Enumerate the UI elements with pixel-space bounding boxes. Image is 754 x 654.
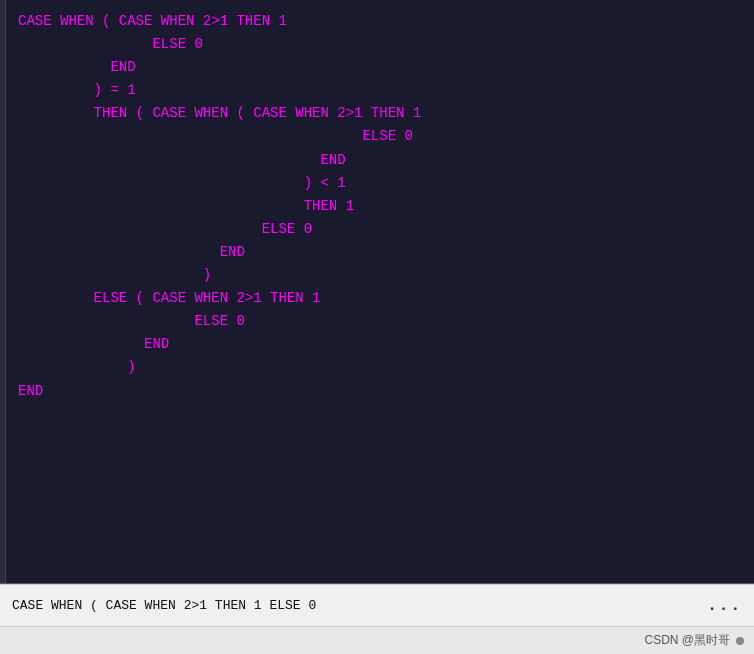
code-line: ELSE 0 xyxy=(18,33,744,56)
code-line: ELSE 0 xyxy=(18,125,744,148)
code-line: CASE WHEN ( CASE WHEN 2>1 THEN 1 xyxy=(18,10,744,33)
code-line: THEN 1 xyxy=(18,195,744,218)
code-line: END xyxy=(18,333,744,356)
code-content: CASE WHEN ( CASE WHEN 2>1 THEN 1 ELSE 0 … xyxy=(18,10,744,403)
code-line: END xyxy=(18,241,744,264)
status-text: CASE WHEN ( CASE WHEN 2>1 THEN 1 ELSE 0 xyxy=(12,598,697,613)
code-line: ELSE ( CASE WHEN 2>1 THEN 1 xyxy=(18,287,744,310)
status-dots: ... xyxy=(707,597,742,615)
code-line: ) xyxy=(18,356,744,379)
watermark-text: CSDN @黑时哥 xyxy=(644,632,730,649)
status-bar: CASE WHEN ( CASE WHEN 2>1 THEN 1 ELSE 0 … xyxy=(0,584,754,626)
code-line: END xyxy=(18,149,744,172)
scroll-indicator xyxy=(736,637,744,645)
code-line: ELSE 0 xyxy=(18,310,744,333)
code-line: END xyxy=(18,380,744,403)
code-line: ELSE 0 xyxy=(18,218,744,241)
footer: CSDN @黑时哥 xyxy=(0,626,754,654)
code-line: THEN ( CASE WHEN ( CASE WHEN 2>1 THEN 1 xyxy=(18,102,744,125)
code-line: ) = 1 xyxy=(18,79,744,102)
code-line: ) xyxy=(18,264,744,287)
code-line: ) < 1 xyxy=(18,172,744,195)
code-line: END xyxy=(18,56,744,79)
code-editor: CASE WHEN ( CASE WHEN 2>1 THEN 1 ELSE 0 … xyxy=(0,0,754,584)
line-gutter xyxy=(0,0,6,583)
